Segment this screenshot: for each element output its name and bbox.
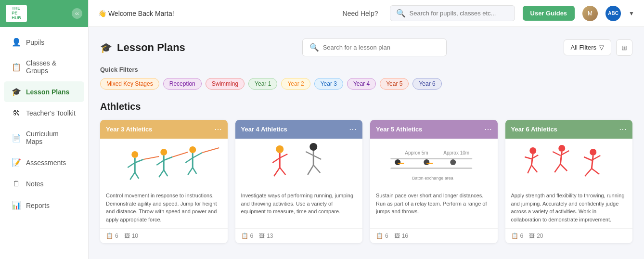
card-year3-desc: Control movement in response to instruct… bbox=[106, 192, 222, 223]
card-year4-footer: 📋 6 🖼 13 bbox=[235, 228, 363, 243]
filter-year1[interactable]: Year 1 bbox=[248, 78, 277, 90]
athletics-section: Athletics Year 3 Athletics ⋯ bbox=[100, 101, 632, 243]
sidebar-item-lesson-plans[interactable]: 🎓 Lesson Plans bbox=[4, 81, 84, 102]
avatar: M bbox=[582, 6, 598, 21]
global-search-input[interactable] bbox=[410, 10, 509, 17]
filter-mixed-key-stages[interactable]: Mixed Key Stages bbox=[100, 78, 159, 90]
help-link[interactable]: Need Help? bbox=[343, 10, 378, 17]
card-year5-athletics: Year 5 Athletics ⋯ Approx 5m Approx 10m bbox=[370, 120, 498, 243]
card-year4-athletics: Year 4 Athletics ⋯ bbox=[235, 120, 363, 243]
user-menu-chevron[interactable]: ▼ bbox=[629, 10, 634, 17]
svg-line-32 bbox=[313, 165, 320, 173]
curriculum-icon: 📄 bbox=[12, 133, 21, 142]
lesson-plan-search-input[interactable] bbox=[323, 44, 439, 51]
reports-icon: 📊 bbox=[12, 201, 21, 210]
view-toggle-button[interactable]: ⊞ bbox=[616, 39, 632, 56]
filter-year4[interactable]: Year 4 bbox=[347, 78, 376, 90]
card-year4-menu[interactable]: ⋯ bbox=[349, 125, 357, 134]
svg-point-7 bbox=[160, 149, 167, 155]
card-year3-images: 🖼 10 bbox=[124, 233, 138, 239]
filter-swimming[interactable]: Swimming bbox=[206, 78, 245, 90]
image-icon: 🖼 bbox=[124, 233, 130, 239]
svg-point-55 bbox=[590, 149, 596, 155]
svg-line-31 bbox=[308, 165, 313, 175]
quick-filters-label: Quick Filters bbox=[100, 66, 632, 73]
all-filters-button[interactable]: All Filters ▽ bbox=[564, 39, 611, 55]
notes-icon: 🗒 bbox=[12, 180, 21, 188]
svg-line-50 bbox=[560, 152, 562, 164]
collapse-button[interactable]: ‹‹ bbox=[72, 8, 82, 19]
filter-year2[interactable]: Year 2 bbox=[281, 78, 310, 90]
filter-label: All Filters bbox=[571, 44, 596, 51]
sidebar: THEPEHUB ‹‹ 👤 Pupils 📋 Classes & Groups … bbox=[0, 0, 89, 259]
toolkit-icon: 🛠 bbox=[12, 109, 21, 117]
card-year4-images: 🖼 13 bbox=[259, 233, 273, 239]
svg-point-37 bbox=[395, 159, 400, 165]
sidebar-item-classes[interactable]: 📋 Classes & Groups bbox=[4, 53, 84, 80]
sidebar-item-reports[interactable]: 📊 Reports bbox=[4, 195, 84, 216]
svg-text:Baton exchange area: Baton exchange area bbox=[412, 176, 453, 181]
user-guides-button[interactable]: User Guides bbox=[523, 6, 575, 21]
filter-year6[interactable]: Year 6 bbox=[412, 78, 441, 90]
athletics-section-title: Athletics bbox=[100, 101, 632, 112]
svg-line-17 bbox=[193, 153, 202, 158]
card-year3-body: Control movement in response to instruct… bbox=[100, 187, 228, 228]
card-year6-athletics: Year 6 Athletics ⋯ bbox=[505, 120, 633, 243]
svg-line-23 bbox=[272, 158, 280, 163]
card-year5-body: Sustain pace over short and longer dista… bbox=[370, 187, 498, 228]
card-year6-image bbox=[505, 139, 633, 187]
svg-point-38 bbox=[424, 159, 429, 165]
filter-year3[interactable]: Year 3 bbox=[314, 78, 343, 90]
card-year5-menu[interactable]: ⋯ bbox=[484, 125, 492, 134]
sidebar-item-toolkit[interactable]: 🛠 Teacher's Toolkit bbox=[4, 103, 84, 123]
svg-line-56 bbox=[592, 155, 593, 168]
sidebar-item-pupils[interactable]: 👤 Pupils bbox=[4, 32, 84, 52]
page-title: Lesson Plans bbox=[117, 41, 185, 54]
clipboard-icon: 📋 bbox=[106, 233, 113, 239]
card-year5-image: Approx 5m Approx 10m Baton exchange area bbox=[370, 139, 498, 187]
filter-icon: ▽ bbox=[599, 44, 604, 51]
svg-line-11 bbox=[159, 170, 164, 177]
image-icon: 🖼 bbox=[259, 233, 265, 239]
svg-line-51 bbox=[553, 152, 560, 155]
svg-point-14 bbox=[189, 146, 196, 153]
svg-line-24 bbox=[280, 154, 287, 158]
filter-tags: Mixed Key Stages Reception Swimming Year… bbox=[100, 78, 632, 90]
card-year3-menu[interactable]: ⋯ bbox=[214, 125, 222, 134]
sidebar-item-curriculum[interactable]: 📄 Curriculum Maps bbox=[4, 124, 84, 151]
main-wrapper: 👋 Welcome Back Marta! Need Help? 🔍 User … bbox=[89, 0, 644, 259]
svg-text:Approx 10m: Approx 10m bbox=[443, 150, 469, 155]
svg-line-18 bbox=[188, 168, 193, 175]
assessments-icon: 📝 bbox=[12, 158, 21, 167]
global-search[interactable]: 🔍 bbox=[390, 5, 515, 21]
abc-badge: ABC bbox=[605, 6, 621, 21]
quick-filters-section: Quick Filters Mixed Key Stages Reception… bbox=[100, 66, 632, 90]
clipboard-icon: 📋 bbox=[376, 233, 383, 239]
svg-line-57 bbox=[584, 157, 592, 160]
card-year6-body: Apply strength and flexibility to throwi… bbox=[505, 187, 633, 228]
sidebar-item-notes[interactable]: 🗒 Notes bbox=[4, 174, 84, 194]
card-year5-title: Year 5 Athletics bbox=[376, 126, 422, 133]
sidebar-item-assessments[interactable]: 📝 Assessments bbox=[4, 152, 84, 173]
pupils-icon: 👤 bbox=[12, 38, 21, 47]
filter-year5[interactable]: Year 5 bbox=[380, 78, 409, 90]
svg-line-53 bbox=[554, 164, 560, 172]
welcome-message: 👋 Welcome Back Marta! bbox=[98, 10, 335, 17]
card-year3-lessons: 📋 6 bbox=[106, 233, 118, 239]
card-year6-header: Year 6 Athletics ⋯ bbox=[505, 120, 633, 139]
logo: THEPEHUB bbox=[6, 5, 27, 22]
lesson-plan-search[interactable]: 🔍 bbox=[302, 39, 447, 56]
svg-line-19 bbox=[193, 168, 196, 174]
svg-point-43 bbox=[529, 147, 536, 154]
header-actions: All Filters ▽ ⊞ bbox=[564, 39, 632, 56]
svg-line-48 bbox=[531, 165, 537, 172]
svg-line-59 bbox=[585, 168, 592, 176]
card-year5-lessons: 📋 6 bbox=[376, 233, 388, 239]
svg-line-4 bbox=[130, 172, 135, 180]
svg-line-3 bbox=[135, 159, 143, 163]
page-header: 🎓 Lesson Plans 🔍 All Filters ▽ ⊞ bbox=[100, 39, 632, 56]
svg-point-49 bbox=[558, 145, 565, 152]
card-year6-menu[interactable]: ⋯ bbox=[619, 125, 627, 134]
image-icon: 🖼 bbox=[394, 233, 400, 239]
filter-reception[interactable]: Reception bbox=[163, 78, 202, 90]
